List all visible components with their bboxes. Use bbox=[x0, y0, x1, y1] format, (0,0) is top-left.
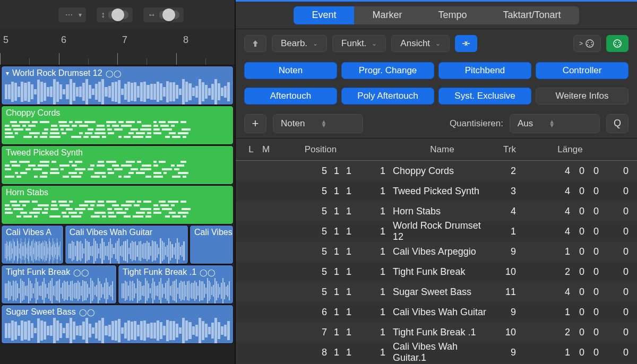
tab-marker[interactable]: Marker bbox=[354, 6, 420, 24]
filter-weitere-infos[interactable]: Weitere Infos bbox=[536, 88, 629, 105]
cell-idx: 1 bbox=[367, 307, 393, 318]
cell-position: 5 1 1 bbox=[274, 226, 367, 237]
svg-point-4 bbox=[587, 44, 588, 45]
filter-controller[interactable]: Controller bbox=[536, 62, 629, 79]
col-header-l[interactable]: L bbox=[244, 144, 258, 155]
cell-length: 4 0 0 bbox=[528, 166, 613, 177]
region-label: Tight Funk Break .1 bbox=[123, 267, 196, 277]
cell-name: World Rock Drumset 12 bbox=[393, 220, 492, 242]
select-value: Noten bbox=[281, 118, 305, 129]
filter-aftertouch[interactable]: Aftertouch bbox=[244, 88, 337, 105]
cell-track: 4 bbox=[492, 206, 528, 217]
functions-menu[interactable]: Funkt.⌄ bbox=[332, 35, 386, 52]
vertical-zoom-slider[interactable] bbox=[108, 11, 128, 19]
menu-label: Funkt. bbox=[341, 38, 366, 49]
add-event-button[interactable]: + bbox=[244, 114, 266, 133]
table-row[interactable]: 5 1 11Horn Stabs44 0 00 bbox=[236, 201, 637, 221]
table-row[interactable]: 5 1 11Choppy Cords24 0 00 bbox=[236, 161, 637, 181]
region-funk-1[interactable]: Tight Funk Break◯◯ bbox=[1, 265, 117, 304]
cell-length: 2 0 0 bbox=[528, 266, 613, 278]
region-synth[interactable]: Tweed Picked Synth bbox=[1, 145, 234, 185]
cell-length: 1 0 0 bbox=[528, 347, 613, 358]
col-header-position[interactable]: Position bbox=[274, 144, 367, 155]
region-cali-b[interactable]: Cali Vibes bbox=[190, 225, 234, 264]
cell-idx: 1 bbox=[367, 246, 393, 257]
quantize-select[interactable]: Aus ▲▼ bbox=[510, 114, 600, 133]
event-type-select[interactable]: Noten ▲▼ bbox=[273, 114, 363, 133]
waveform bbox=[2, 318, 233, 343]
midi-notes bbox=[2, 119, 233, 144]
horizontal-zoom[interactable]: ↔ bbox=[143, 7, 184, 22]
hierarchy-up-button[interactable] bbox=[244, 35, 266, 52]
cell-idx: 1 bbox=[367, 287, 393, 298]
edit-menu[interactable]: Bearb.⌄ bbox=[272, 35, 327, 52]
catch-playhead-button[interactable] bbox=[455, 35, 477, 52]
midi-out-button[interactable]: > bbox=[573, 35, 601, 52]
table-row[interactable]: 5 1 11Tweed Picked Synth34 0 00 bbox=[236, 181, 637, 201]
region-label: Tweed Picked Synth bbox=[6, 148, 83, 158]
filter-syst--exclusive[interactable]: Syst. Exclusive bbox=[438, 88, 531, 105]
region-funk-2[interactable]: Tight Funk Break .1◯◯ bbox=[118, 265, 234, 304]
timeline-ruler[interactable]: 5 6 7 8 bbox=[0, 29, 235, 65]
chevron-down-icon: ⌄ bbox=[435, 40, 441, 47]
cell-track: 9 bbox=[492, 246, 528, 257]
filter-progr--change[interactable]: Progr. Change bbox=[341, 62, 434, 79]
cell-position: 8 1 1 bbox=[274, 347, 367, 358]
region-label: Cali Vibes A bbox=[6, 228, 51, 237]
table-row[interactable]: 5 1 11Cali Vibes Arpeggio91 0 00 bbox=[236, 241, 637, 262]
tab-tempo[interactable]: Tempo bbox=[420, 6, 485, 24]
region-chords[interactable]: Choppy Cords bbox=[1, 106, 234, 145]
cell-length: 4 0 0 bbox=[528, 186, 613, 197]
cell-name: Cali Vibes Wah Guitar bbox=[393, 307, 492, 318]
col-header-name[interactable]: Name bbox=[393, 144, 492, 155]
table-row[interactable]: 5 1 11Sugar Sweet Bass114 0 00 bbox=[236, 282, 637, 302]
table-row[interactable]: 8 1 11Cali Vibes Wah Guitar.191 0 00 bbox=[236, 342, 637, 362]
table-row[interactable]: 5 1 11Tight Funk Break102 0 00 bbox=[236, 262, 637, 282]
ellipsis-icon: ⋯ bbox=[63, 8, 75, 21]
tab-event[interactable]: Event bbox=[294, 6, 354, 24]
region-horns[interactable]: Horn Stabs bbox=[1, 185, 234, 224]
vertical-zoom[interactable]: ↕ bbox=[97, 7, 133, 22]
ruler-marker: 7 bbox=[122, 34, 127, 46]
view-menu[interactable]: Ansicht⌄ bbox=[391, 35, 450, 52]
region-drums[interactable]: ▾World Rock Drumset 12◯◯ bbox=[1, 66, 234, 105]
horizontal-arrows-icon: ↔ bbox=[148, 10, 156, 20]
region-bass[interactable]: Sugar Sweet Bass◯◯ bbox=[1, 305, 234, 344]
region-cali-wah[interactable]: Cali Vibes Wah Guitar bbox=[65, 225, 188, 264]
add-event-row: + Noten ▲▼ Quantisieren: Aus ▲▼ Q bbox=[236, 109, 637, 138]
svg-point-11 bbox=[619, 44, 620, 45]
chevron-down-icon: ▾ bbox=[6, 70, 9, 77]
menu-label: Ansicht bbox=[400, 38, 430, 49]
col-header-length[interactable]: Länge bbox=[528, 144, 613, 155]
cell-position: 5 1 1 bbox=[274, 166, 367, 177]
updown-icon: ▲▼ bbox=[549, 120, 555, 127]
loop-icon: ◯◯ bbox=[200, 268, 216, 276]
table-row[interactable]: 5 1 11World Rock Drumset 1214 0 00 bbox=[236, 221, 637, 241]
midi-in-button[interactable] bbox=[606, 35, 629, 52]
filter-pitchbend[interactable]: Pitchbend bbox=[438, 62, 531, 79]
filter-poly-aftertouch[interactable]: Poly Aftertouch bbox=[341, 88, 434, 105]
chevron-down-icon: ⌄ bbox=[313, 40, 318, 47]
region-label: Tight Funk Break bbox=[6, 267, 70, 277]
cell-idx: 1 bbox=[367, 347, 393, 358]
filter-noten[interactable]: Noten bbox=[244, 62, 337, 79]
table-row[interactable]: 7 1 11Tight Funk Break .1102 0 00 bbox=[236, 322, 637, 342]
svg-point-2 bbox=[588, 42, 589, 43]
cell-length: 1 0 0 bbox=[528, 307, 613, 318]
col-header-track[interactable]: Trk bbox=[492, 144, 528, 155]
region-cali-arpeggio[interactable]: Cali Vibes A bbox=[1, 225, 64, 264]
cell-last: 0 bbox=[613, 327, 629, 338]
quantize-button[interactable]: Q bbox=[606, 114, 629, 133]
tab-taktarttonart[interactable]: Taktart/Tonart bbox=[485, 6, 579, 24]
svg-text:>: > bbox=[579, 40, 583, 47]
chevron-down-icon: ⌄ bbox=[372, 40, 377, 47]
svg-point-5 bbox=[591, 44, 592, 45]
table-row[interactable]: 6 1 11Cali Vibes Wah Guitar91 0 00 bbox=[236, 302, 637, 322]
horizontal-zoom-slider[interactable] bbox=[159, 11, 179, 19]
tool-selector[interactable]: ⋯ ▾ bbox=[58, 7, 86, 22]
cell-track: 2 bbox=[492, 166, 528, 177]
loop-icon: ◯◯ bbox=[79, 308, 95, 316]
region-label: Cali Vibes Wah Guitar bbox=[70, 228, 153, 237]
col-header-m[interactable]: M bbox=[258, 144, 274, 155]
menu-bar: Bearb.⌄ Funkt.⌄ Ansicht⌄ > bbox=[236, 29, 637, 58]
